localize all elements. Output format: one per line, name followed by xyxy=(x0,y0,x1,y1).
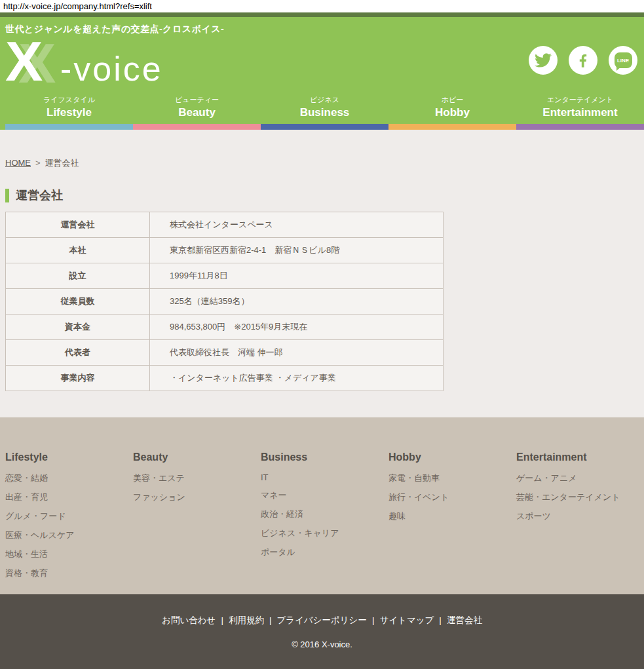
footer-link[interactable]: IT xyxy=(261,472,388,482)
address-bar[interactable]: http://x-voice.jp/company.html?refs=xlif… xyxy=(0,0,644,12)
footer-column-hobby: Hobby 家電・自動車 旅行・イベント 趣味 xyxy=(388,451,516,594)
footer-link[interactable]: 美容・エステ xyxy=(133,472,261,484)
company-link[interactable]: 運営会社 xyxy=(447,615,482,625)
company-field-value: 1999年11月8日 xyxy=(150,263,444,289)
footer-link[interactable]: 旅行・イベント xyxy=(388,491,516,503)
company-field-label: 事業内容 xyxy=(6,366,150,391)
breadcrumb-separator: > xyxy=(35,158,41,168)
footer-link[interactable]: スポーツ xyxy=(516,510,644,522)
legal-footer: お問い合わせ|利用規約|プライバシーポリシー|サイトマップ|運営会社 © 201… xyxy=(0,594,644,669)
company-field-value: 325名（連結359名） xyxy=(150,289,444,315)
footer-link[interactable]: 出産・育児 xyxy=(5,491,133,503)
line-bubble-icon: LINE xyxy=(615,52,632,68)
stripe-entertainment xyxy=(516,124,644,130)
footer-link[interactable]: ファッション xyxy=(133,491,261,503)
nav-item-entertainment[interactable]: エンターテイメント Entertainment xyxy=(516,95,644,124)
footer-link[interactable]: 資格・教育 xyxy=(5,567,133,579)
twitter-bird-icon xyxy=(535,52,552,69)
breadcrumb: HOME>運営会社 xyxy=(5,157,644,169)
nav-item-beauty[interactable]: ビューティー Beauty xyxy=(133,95,261,124)
company-field-value: 984,653,800円 ※2015年9月末現在 xyxy=(150,315,444,340)
footer-link[interactable]: 政治・経済 xyxy=(261,508,388,520)
company-field-label: 設立 xyxy=(6,263,150,289)
footer-link[interactable]: 家電・自動車 xyxy=(388,472,516,484)
link-separator: | xyxy=(221,615,223,625)
logo-x-letter: X X xyxy=(5,36,60,86)
category-stripe-row xyxy=(0,124,644,130)
table-row: 設立 1999年11月8日 xyxy=(6,263,444,289)
facebook-f-icon xyxy=(575,52,592,69)
breadcrumb-current: 運営会社 xyxy=(45,158,79,168)
page-title-text: 運営会社 xyxy=(16,187,63,203)
nav-item-hobby[interactable]: ホビー Hobby xyxy=(388,95,516,124)
footer-column-title: Entertainment xyxy=(516,451,644,463)
table-row: 代表者 代表取締役社長 河端 伸一郎 xyxy=(6,340,444,366)
page-title: 運営会社 xyxy=(5,187,644,203)
stripe-beauty xyxy=(133,124,261,130)
company-field-value: 株式会社インタースペース xyxy=(150,212,444,238)
social-icons: LINE xyxy=(529,46,637,75)
footer-link[interactable]: 芸能・エンターテイメント xyxy=(516,491,644,503)
stripe-lifestyle xyxy=(5,124,133,130)
facebook-icon[interactable] xyxy=(569,46,597,75)
main-content: HOME>運営会社 運営会社 運営会社 株式会社インタースペース 本社 東京都新… xyxy=(0,130,644,417)
title-accent-bar xyxy=(5,189,9,202)
table-row: 本社 東京都新宿区西新宿2-4-1 新宿ＮＳビル8階 xyxy=(6,238,444,263)
footer-column-entertainment: Entertainment ゲーム・アニメ 芸能・エンターテイメント スポーツ xyxy=(516,451,644,594)
terms-link[interactable]: 利用規約 xyxy=(229,615,264,625)
company-field-label: 資本金 xyxy=(6,315,150,340)
copyright-text: © 2016 X-voice. xyxy=(0,640,644,649)
footer-link[interactable]: マネー xyxy=(261,489,388,501)
company-field-label: 代表者 xyxy=(6,340,150,366)
main-nav: ライフスタイル Lifestyle ビューティー Beauty ビジネス Bus… xyxy=(5,95,644,124)
company-field-value: ・インターネット広告事業 ・メディア事業 xyxy=(150,366,444,391)
footer-column-title: Business xyxy=(261,451,388,463)
site-tagline: 世代とジャンルを超えた声の交差点-クロスボイス- xyxy=(0,17,644,35)
footer-link[interactable]: 趣味 xyxy=(388,510,516,522)
footer-link[interactable]: 地域・生活 xyxy=(5,548,133,560)
footer-column-title: Beauty xyxy=(133,451,261,463)
privacy-policy-link[interactable]: プライバシーポリシー xyxy=(276,615,367,625)
stripe-hobby xyxy=(388,124,516,130)
logo-text: -voice xyxy=(60,52,163,86)
table-row: 資本金 984,653,800円 ※2015年9月末現在 xyxy=(6,315,444,340)
company-field-value: 代表取締役社長 河端 伸一郎 xyxy=(150,340,444,366)
company-field-value: 東京都新宿区西新宿2-4-1 新宿ＮＳビル8階 xyxy=(150,238,444,263)
table-row: 運営会社 株式会社インタースペース xyxy=(6,212,444,238)
breadcrumb-home-link[interactable]: HOME xyxy=(5,158,31,168)
link-separator: | xyxy=(372,615,375,625)
legal-footer-links: お問い合わせ|利用規約|プライバシーポリシー|サイトマップ|運営会社 xyxy=(0,615,644,626)
contact-link[interactable]: お問い合わせ xyxy=(162,615,216,625)
footer-link[interactable]: ポータル xyxy=(261,546,388,558)
footer-link[interactable]: 恋愛・結婚 xyxy=(5,472,133,484)
company-field-label: 従業員数 xyxy=(6,289,150,315)
table-row: 従業員数 325名（連結359名） xyxy=(6,289,444,315)
site-logo[interactable]: X X -voice xyxy=(5,36,163,86)
footer-link[interactable]: ビジネス・キャリア xyxy=(261,527,388,539)
company-field-label: 運営会社 xyxy=(6,212,150,238)
footer-link[interactable]: ゲーム・アニメ xyxy=(516,472,644,484)
link-separator: | xyxy=(439,615,442,625)
footer-column-title: Hobby xyxy=(388,451,516,463)
stripe-business xyxy=(261,124,388,130)
line-icon[interactable]: LINE xyxy=(609,46,637,75)
twitter-icon[interactable] xyxy=(529,46,558,75)
sitemap-link[interactable]: サイトマップ xyxy=(379,615,434,625)
nav-item-lifestyle[interactable]: ライフスタイル Lifestyle xyxy=(5,95,133,124)
footer-link[interactable]: グルメ・フード xyxy=(5,510,133,522)
footer-link[interactable]: 医療・ヘルスケア xyxy=(5,529,133,541)
sitemap-footer: Lifestyle 恋愛・結婚 出産・育児 グルメ・フード 医療・ヘルスケア 地… xyxy=(0,417,644,594)
company-info-table: 運営会社 株式会社インタースペース 本社 東京都新宿区西新宿2-4-1 新宿ＮＳ… xyxy=(5,212,444,391)
footer-column-title: Lifestyle xyxy=(5,451,133,463)
footer-column-lifestyle: Lifestyle 恋愛・結婚 出産・育児 グルメ・フード 医療・ヘルスケア 地… xyxy=(5,451,133,594)
link-separator: | xyxy=(269,615,272,625)
company-field-label: 本社 xyxy=(6,238,150,263)
footer-column-business: Business IT マネー 政治・経済 ビジネス・キャリア ポータル xyxy=(261,451,388,594)
footer-column-beauty: Beauty 美容・エステ ファッション xyxy=(133,451,261,594)
table-row: 事業内容 ・インターネット広告事業 ・メディア事業 xyxy=(6,366,444,391)
header-top-strip xyxy=(0,12,644,17)
site-header: 世代とジャンルを超えた声の交差点-クロスボイス- X X -voice LINE… xyxy=(0,12,644,124)
nav-item-business[interactable]: ビジネス Business xyxy=(261,95,388,124)
